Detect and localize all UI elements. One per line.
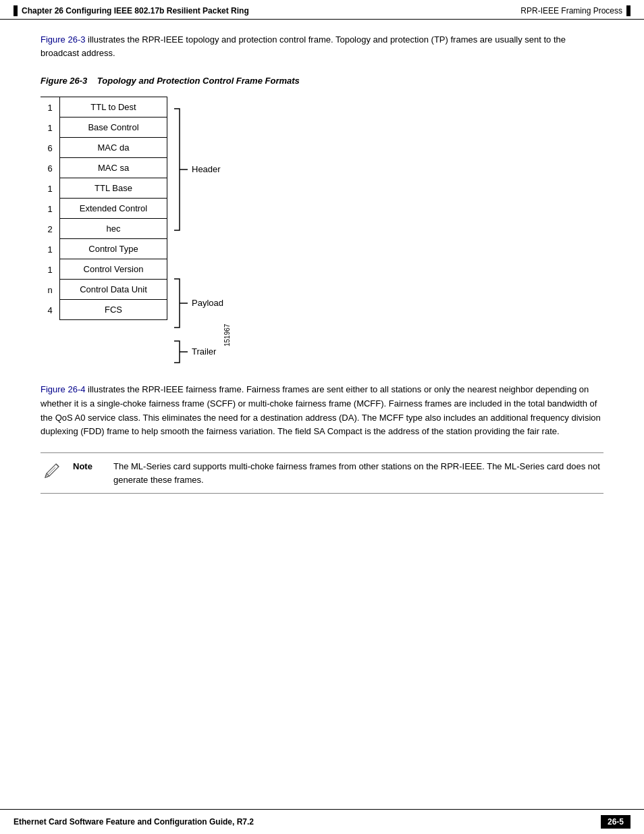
bracket-svg: Header Payload Trailer 151967 xyxy=(170,97,251,364)
row-num: 1 xyxy=(41,244,59,255)
table-row: 6 MAC sa xyxy=(41,158,167,178)
table-row: 1 TTL Base xyxy=(41,178,167,199)
page-header: Chapter 26 Configuring IEEE 802.17b Resi… xyxy=(0,0,644,20)
payload-label: Payload xyxy=(192,298,223,308)
table-row: 4 FCS xyxy=(41,300,167,320)
diagram-area: 1 TTL to Dest 1 Base Control 6 MAC da 6 … xyxy=(41,97,603,364)
row-num: 1 xyxy=(41,184,59,194)
row-label: TTL to Dest xyxy=(59,97,167,118)
main-content: Figure 26-3 illustrates the RPR-IEEE top… xyxy=(0,20,644,507)
row-num: 1 xyxy=(41,103,59,113)
table-row: 1 TTL to Dest xyxy=(41,97,167,118)
header-right: RPR-IEEE Framing Process xyxy=(520,5,630,16)
row-label: Extended Control xyxy=(59,199,167,219)
figure-label: Figure 26-3 xyxy=(41,76,87,86)
row-label: MAC sa xyxy=(59,158,167,178)
row-num: 4 xyxy=(41,305,59,315)
row-num: 1 xyxy=(41,123,59,133)
table-row: 2 hec xyxy=(41,219,167,239)
row-num: 6 xyxy=(41,143,59,153)
footer-page: 26-5 xyxy=(601,815,630,829)
payload-bracket-line xyxy=(174,279,180,328)
row-num: 6 xyxy=(41,163,59,174)
body-text: illustrates the RPR-IEEE fairness frame.… xyxy=(41,384,601,436)
note-icon-area xyxy=(41,460,65,482)
page-footer: Ethernet Card Software Feature and Confi… xyxy=(0,809,644,834)
row-num: n xyxy=(41,285,59,295)
figure-26-3-link[interactable]: Figure 26-3 xyxy=(41,34,85,45)
row-label: Control Version xyxy=(59,259,167,280)
header-rule-right xyxy=(626,5,630,16)
table-row: 6 MAC da xyxy=(41,138,167,158)
trailer-bracket-line xyxy=(174,341,180,363)
note-text: The ML-Series card supports multi-choke … xyxy=(113,460,603,486)
row-label: Control Type xyxy=(59,239,167,259)
header-bracket-line xyxy=(174,109,180,230)
body-paragraph: Figure 26-4 illustrates the RPR-IEEE fai… xyxy=(41,383,603,439)
table-row: 1 Extended Control xyxy=(41,199,167,219)
table-row: 1 Control Version xyxy=(41,259,167,280)
row-label: hec xyxy=(59,219,167,239)
note-box: Note The ML-Series card supports multi-c… xyxy=(41,452,603,494)
row-label: Base Control xyxy=(59,118,167,138)
header-section-title: RPR-IEEE Framing Process xyxy=(520,6,622,16)
frame-table: 1 TTL to Dest 1 Base Control 6 MAC da 6 … xyxy=(41,97,167,320)
row-num: 1 xyxy=(41,204,59,214)
note-label: Note xyxy=(73,461,105,471)
header-left: Chapter 26 Configuring IEEE 802.17b Resi… xyxy=(14,5,249,16)
trailer-label: Trailer xyxy=(192,346,217,357)
table-row: 1 Control Type xyxy=(41,239,167,259)
figure-id: 151967 xyxy=(223,323,231,346)
footer-title: Ethernet Card Software Feature and Confi… xyxy=(14,817,254,827)
header-label: Header xyxy=(192,164,221,174)
figure-caption: Figure 26-3 Topology and Protection Cont… xyxy=(41,76,603,86)
bracket-area: Header Payload Trailer 151967 xyxy=(170,97,251,364)
header-rule-left xyxy=(14,5,18,16)
row-num: 1 xyxy=(41,265,59,275)
intro-paragraph: Figure 26-3 illustrates the RPR-IEEE top… xyxy=(41,33,603,59)
row-label: TTL Base xyxy=(59,178,167,199)
row-label: FCS xyxy=(59,300,167,320)
table-row: n Control Data Unit xyxy=(41,280,167,300)
row-num: 2 xyxy=(41,224,59,234)
row-label: MAC da xyxy=(59,138,167,158)
header-chapter-title: Chapter 26 Configuring IEEE 802.17b Resi… xyxy=(22,6,249,16)
intro-text: illustrates the RPR-IEEE topology and pr… xyxy=(41,34,566,58)
row-label: Control Data Unit xyxy=(59,280,167,300)
figure-title: Topology and Protection Control Frame Fo… xyxy=(97,76,300,86)
figure-26-4-link[interactable]: Figure 26-4 xyxy=(41,384,85,394)
table-row: 1 Base Control xyxy=(41,118,167,138)
note-pencil-icon xyxy=(43,460,63,480)
